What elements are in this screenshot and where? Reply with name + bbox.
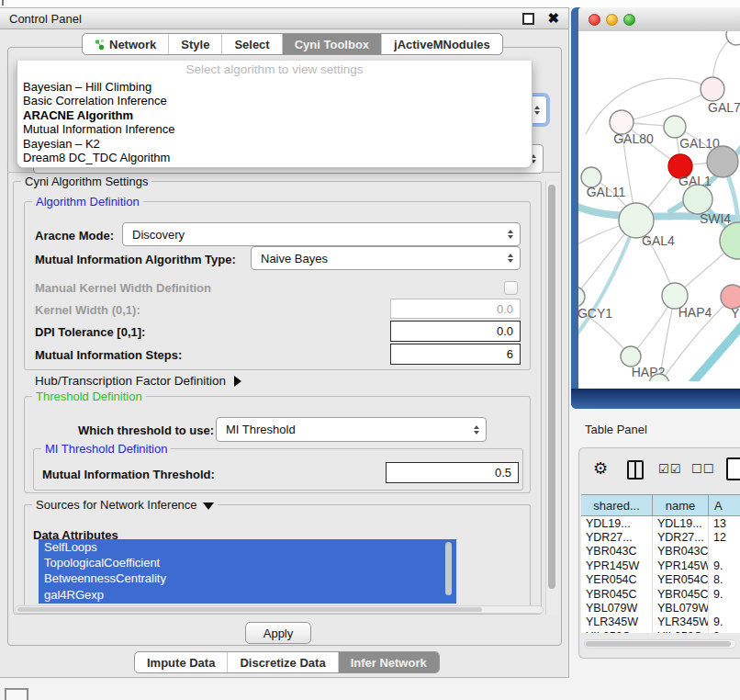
- apply-button[interactable]: Apply: [245, 622, 311, 644]
- table-cell: YIL052C: [581, 629, 653, 633]
- table-panel-title: Table Panel: [585, 423, 647, 436]
- deselect-all-checkboxes-icon[interactable]: ☐☐: [691, 462, 714, 476]
- algorithm-option[interactable]: Mutual Information Inference: [17, 122, 532, 136]
- table-cell: YBL079W: [581, 601, 653, 615]
- tab-style[interactable]: Style: [169, 34, 222, 54]
- network-nodes: GAL7GAL80GAL10GAL1GAL11SWI4GAL4GCY1HAP4Y…: [578, 31, 740, 381]
- tab-network[interactable]: Network: [83, 34, 169, 54]
- kernel-width-label: Kernel Width (0,1):: [35, 303, 140, 317]
- table-cell: 12: [709, 530, 740, 544]
- table-row[interactable]: YDR27...YDR27...12: [581, 530, 740, 544]
- network-node-swi4[interactable]: [683, 185, 712, 214]
- tab-impute-data[interactable]: Impute Data: [135, 652, 228, 672]
- algorithm-option[interactable]: Basic Correlation Inference: [17, 94, 532, 107]
- table-column-header[interactable]: name: [653, 495, 709, 515]
- table-row[interactable]: YDL19...YDL19...13: [581, 516, 740, 530]
- table-cell: YBL079W: [653, 601, 709, 615]
- table-row[interactable]: YBR043CYBR043C: [581, 545, 740, 559]
- hub-definition-toggle[interactable]: Hub/Transcription Factor Definition: [35, 374, 241, 388]
- zoom-traffic-light-icon[interactable]: [623, 14, 635, 26]
- stepper-arrows-icon: [508, 254, 513, 263]
- tab-label: Select: [234, 38, 269, 51]
- network-node-gcy1[interactable]: [578, 287, 585, 307]
- table-row[interactable]: YPR145WYPR145W9.: [581, 559, 740, 572]
- columns-icon[interactable]: [627, 460, 644, 480]
- table-cell: YBR045C: [653, 587, 709, 601]
- settings-vertical-scrollbar[interactable]: [545, 181, 558, 615]
- network-canvas[interactable]: GAL7GAL80GAL10GAL1GAL11SWI4GAL4GCY1HAP4Y…: [578, 31, 740, 381]
- data-attributes-list[interactable]: SelfLoopsTopologicalCoefficientBetweenne…: [39, 539, 456, 604]
- table-horizontal-scrollbar[interactable]: [584, 639, 736, 649]
- tab-discretize-data[interactable]: Discretize Data: [228, 652, 338, 672]
- table-cell: 13: [709, 516, 740, 530]
- table-row[interactable]: YBR045CYBR045C9.: [581, 587, 740, 601]
- sources-group-title[interactable]: Sources for Network Inference: [32, 498, 218, 512]
- tab-cyni-toolbox[interactable]: Cyni Toolbox: [283, 34, 382, 54]
- minimize-traffic-light-icon[interactable]: [606, 14, 618, 26]
- table-row[interactable]: YLR345WYLR345W9.: [581, 615, 740, 629]
- table-row[interactable]: YBL079WYBL079W: [581, 601, 740, 615]
- attribute-item-selected[interactable]: SelfLoops: [39, 539, 456, 555]
- scrollbar-thumb[interactable]: [17, 607, 482, 612]
- tab-select[interactable]: Select: [222, 34, 282, 54]
- table-row[interactable]: YER054CYER054C8.: [581, 573, 740, 587]
- stepper-arrows-icon: [508, 230, 513, 239]
- attribute-item-selected[interactable]: TopologicalCoefficient: [39, 555, 456, 570]
- mi-threshold-group-title: MI Threshold Definition: [41, 442, 171, 456]
- network-node-hap2[interactable]: [621, 346, 641, 367]
- table-cell: 9.: [709, 587, 740, 601]
- export-table-icon[interactable]: [726, 457, 740, 480]
- scrollbar-thumb[interactable]: [586, 641, 731, 647]
- table-cell: 9.: [709, 615, 740, 629]
- select-all-checkboxes-icon[interactable]: ☑☑: [658, 462, 681, 476]
- cyni-settings-title: Cyni Algorithm Settings: [21, 175, 151, 188]
- attribute-item-selected[interactable]: BetweennessCentrality: [39, 570, 456, 586]
- network-node-label: SWI4: [700, 211, 731, 226]
- mi-algorithm-type-combo[interactable]: Naive Bayes: [251, 246, 521, 270]
- top-strip: [0, 0, 740, 7]
- tab-infer-network[interactable]: Infer Network: [339, 652, 439, 672]
- manual-kernel-width-checkbox[interactable]: [504, 281, 518, 295]
- network-node-gal7[interactable]: [701, 77, 724, 101]
- network-node-label: GAL4: [642, 233, 675, 248]
- network-node[interactable]: [726, 31, 740, 45]
- attribute-item-selected[interactable]: gal4RGexp: [39, 587, 456, 603]
- mi-threshold-input[interactable]: 0.5: [386, 462, 519, 483]
- algorithm-option[interactable]: Bayesian – Hill Climbing: [17, 80, 532, 94]
- table-header-row: shared...nameA: [581, 494, 740, 516]
- tab-label: jActiveMNodules: [394, 38, 490, 51]
- scrollbar-thumb[interactable]: [548, 185, 555, 589]
- table-body: YDL19...YDL19...13YDR27...YDR27...12YBR0…: [581, 516, 740, 633]
- algorithm-option[interactable]: Bayesian – K2: [17, 137, 532, 151]
- algorithm-option[interactable]: Dream8 DC_TDC Algorithm: [17, 151, 532, 164]
- dpi-tolerance-input[interactable]: 0.0: [390, 321, 521, 342]
- application-root: Control Panel ✖ NetworkStyleSelectCyni T…: [0, 0, 740, 700]
- table-row[interactable]: YIL052CYIL052C9.: [581, 629, 740, 633]
- network-node-label: GAL7: [708, 100, 740, 115]
- aracne-mode-combo[interactable]: Discovery: [122, 222, 521, 246]
- table-column-header[interactable]: A: [709, 495, 740, 515]
- which-threshold-combo[interactable]: MI Threshold: [216, 417, 487, 442]
- kernel-width-input[interactable]: 0.0: [390, 299, 521, 319]
- mi-steps-input[interactable]: 6: [390, 344, 521, 365]
- algorithm-dropdown-popup: Select algorithm to view settings Bayesi…: [17, 61, 533, 168]
- algorithm-dropdown-items: Bayesian – Hill ClimbingBasic Correlatio…: [17, 80, 532, 164]
- table-cell: YPR145W: [581, 559, 653, 572]
- mi-algorithm-type-value: Naive Bayes: [261, 252, 328, 265]
- network-node[interactable]: [707, 146, 738, 177]
- minimized-panel-icon[interactable]: [5, 688, 28, 700]
- close-icon[interactable]: ✖: [547, 12, 559, 25]
- attributes-scrollbar[interactable]: [445, 542, 452, 595]
- algorithm-dropdown-placeholder: Select algorithm to view settings: [17, 61, 532, 80]
- table-column-header[interactable]: shared...: [581, 495, 653, 515]
- close-traffic-light-icon[interactable]: [589, 14, 600, 26]
- tab-jactivemnodules[interactable]: jActiveMNodules: [382, 34, 502, 54]
- table-cell: [709, 545, 740, 559]
- algorithm-option[interactable]: ARACNE Algorithm: [17, 108, 532, 122]
- aracne-mode-value: Discovery: [132, 228, 185, 242]
- table-cell: 8.: [709, 573, 740, 587]
- gear-icon[interactable]: ⚙: [593, 458, 608, 478]
- sources-horizontal-scrollbar[interactable]: [15, 605, 544, 614]
- float-window-icon[interactable]: [522, 13, 534, 25]
- network-node-gal10[interactable]: [664, 116, 686, 138]
